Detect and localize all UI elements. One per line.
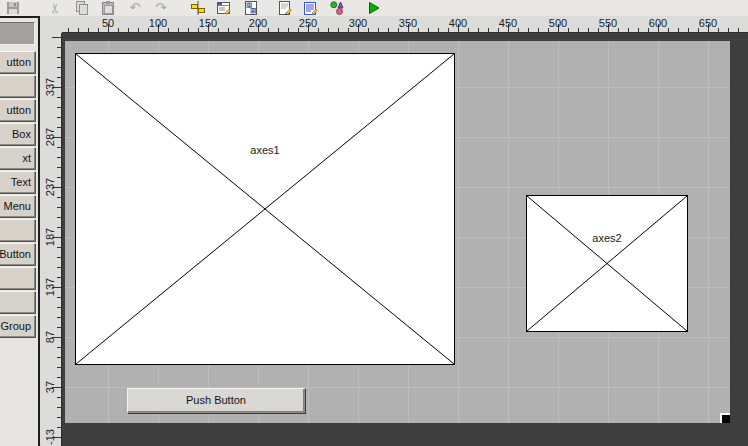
ruler-tick bbox=[57, 97, 61, 98]
palette-item-popup-menu[interactable]: Menu bbox=[0, 195, 35, 217]
ruler-tick bbox=[438, 28, 439, 32]
ruler-tick bbox=[57, 47, 61, 48]
ruler-tick bbox=[388, 28, 389, 32]
ruler-tick bbox=[598, 28, 599, 32]
palette-item-check-box[interactable]: Box bbox=[0, 123, 35, 145]
ruler-tick bbox=[128, 28, 129, 32]
align-objects-icon[interactable] bbox=[190, 0, 206, 16]
ruler-tick bbox=[488, 28, 489, 32]
ruler-tick bbox=[52, 437, 61, 438]
ruler-tick bbox=[478, 28, 479, 32]
ruler-tick bbox=[57, 117, 61, 118]
palette-item-toggle-button[interactable]: utton bbox=[0, 99, 35, 121]
ruler-tick bbox=[258, 24, 259, 32]
ruler-tick bbox=[78, 28, 79, 32]
ruler-tick bbox=[52, 137, 61, 138]
svg-text:↶: ↶ bbox=[130, 0, 141, 15]
ruler-tick bbox=[288, 28, 289, 32]
ruler-tick bbox=[57, 197, 61, 198]
figure-canvas[interactable]: Push Button axes1axes2 bbox=[65, 41, 730, 423]
ruler-tick bbox=[208, 24, 209, 32]
palette-item-slider[interactable] bbox=[0, 75, 35, 97]
ruler-tick bbox=[698, 28, 699, 32]
ruler-tick bbox=[518, 28, 519, 32]
axes-component-axes2[interactable]: axes2 bbox=[526, 195, 688, 332]
ruler-tick bbox=[308, 24, 309, 32]
ruler-tick bbox=[57, 207, 61, 208]
ruler-tick bbox=[628, 28, 629, 32]
ruler-tick bbox=[528, 28, 529, 32]
undo-arrow-icon[interactable]: ↶ bbox=[127, 0, 143, 16]
ruler-tick bbox=[738, 28, 739, 32]
axes-diagonals-icon bbox=[76, 54, 454, 364]
ruler-tick bbox=[318, 28, 319, 32]
ruler-tick bbox=[57, 397, 61, 398]
copy-icon[interactable] bbox=[74, 0, 90, 16]
ruler-tick bbox=[57, 257, 61, 258]
palette-item-select[interactable] bbox=[0, 22, 35, 45]
ruler-tick bbox=[138, 28, 139, 32]
ruler-tick bbox=[57, 407, 61, 408]
ruler-tick bbox=[458, 24, 459, 32]
palette-item-axes[interactable] bbox=[0, 267, 35, 289]
svg-text:✂: ✂ bbox=[47, 2, 63, 14]
ruler-tick bbox=[408, 24, 409, 32]
guide-layout-editor: ✂↶↷12 uttonuttonBoxxtTextMenuButtonGroup… bbox=[0, 0, 748, 446]
ruler-tick bbox=[548, 28, 549, 32]
redo-arrow-icon[interactable]: ↷ bbox=[153, 0, 169, 16]
figure-resize-handle[interactable] bbox=[720, 413, 730, 423]
axes-component-axes1[interactable]: axes1 bbox=[75, 53, 455, 365]
palette-item-push-button[interactable]: utton bbox=[0, 51, 35, 73]
ruler-tick bbox=[52, 37, 61, 38]
ruler-tick bbox=[57, 67, 61, 68]
ruler-tick bbox=[108, 24, 109, 32]
ruler-tick bbox=[668, 28, 669, 32]
property-inspector-icon[interactable] bbox=[303, 0, 319, 16]
run-icon[interactable] bbox=[366, 0, 382, 16]
palette-item-edit-text[interactable]: xt bbox=[0, 147, 35, 169]
ruler-tick bbox=[358, 24, 359, 32]
ruler-tick bbox=[558, 24, 559, 32]
scissors-icon[interactable]: ✂ bbox=[47, 0, 63, 16]
ruler-tick bbox=[88, 28, 89, 32]
clipboard-icon[interactable] bbox=[100, 0, 116, 16]
ruler-tick bbox=[198, 28, 199, 32]
ruler-tick bbox=[188, 28, 189, 32]
ruler-tick bbox=[568, 28, 569, 32]
ruler-tick bbox=[538, 28, 539, 32]
ruler-tick bbox=[68, 28, 69, 32]
object-browser-icon[interactable] bbox=[329, 0, 345, 16]
palette-item-radio-button[interactable]: Button bbox=[0, 243, 35, 265]
ruler-tick bbox=[57, 367, 61, 368]
ruler-tick bbox=[57, 357, 61, 358]
ruler-tick bbox=[728, 28, 729, 32]
ruler-tick bbox=[57, 247, 61, 248]
ruler-tick bbox=[708, 24, 709, 32]
ruler-tick bbox=[268, 28, 269, 32]
palette-item-button-group[interactable]: Group bbox=[0, 315, 35, 337]
tab-order-icon[interactable]: 12 bbox=[243, 0, 259, 16]
ruler-tick bbox=[57, 417, 61, 418]
ruler-tick bbox=[118, 28, 119, 32]
ruler-tick bbox=[378, 28, 379, 32]
ruler-tick bbox=[718, 28, 719, 32]
save-icon[interactable] bbox=[5, 0, 21, 16]
palette-item-static-text[interactable]: Text bbox=[0, 171, 35, 193]
ruler-tick bbox=[57, 327, 61, 328]
ruler-tick bbox=[448, 28, 449, 32]
ruler-tick bbox=[57, 227, 61, 228]
palette-item-panel[interactable] bbox=[0, 291, 35, 313]
ruler-tick bbox=[57, 147, 61, 148]
ruler-tick bbox=[52, 387, 61, 388]
palette-item-listbox[interactable] bbox=[0, 219, 35, 241]
mfile-editor-icon[interactable] bbox=[277, 0, 293, 16]
ruler-tick bbox=[57, 217, 61, 218]
ruler-tick bbox=[52, 237, 61, 238]
menu-editor-icon[interactable] bbox=[216, 0, 232, 16]
ruler-tick bbox=[688, 28, 689, 32]
push-button-control[interactable]: Push Button bbox=[127, 388, 305, 413]
ruler-tick bbox=[228, 28, 229, 32]
ruler-tick bbox=[278, 28, 279, 32]
ruler-tick bbox=[498, 28, 499, 32]
ruler-tick bbox=[638, 28, 639, 32]
